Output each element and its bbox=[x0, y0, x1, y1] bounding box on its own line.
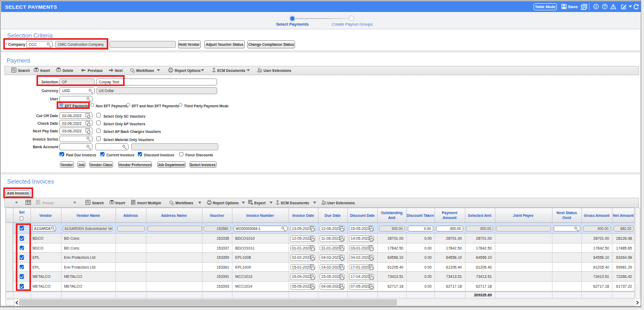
svg-text:?: ? bbox=[604, 4, 606, 8]
